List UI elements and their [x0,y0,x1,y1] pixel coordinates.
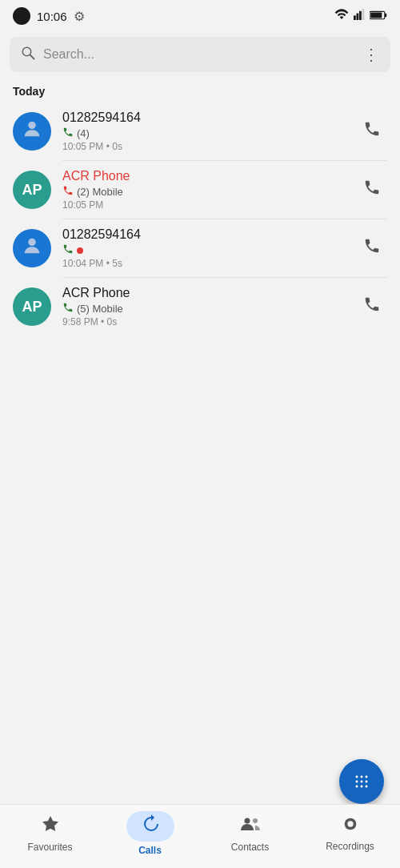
call-item: 01282594164 10:04 PM • 5s [0,219,400,277]
history-icon [141,818,160,838]
svg-line-8 [30,54,34,58]
status-time: 10:06 [37,10,67,23]
call-meta: (4) [62,127,346,140]
avatar: AP [13,171,51,209]
svg-point-9 [28,121,35,128]
call-meta: (5) Mobile [62,302,346,315]
caller-name: 01282594164 [62,111,346,125]
wifi-icon [334,9,349,23]
call-details: 01282594164 (4) 10:05 PM • 0s [62,111,346,152]
call-type-icon [62,302,74,315]
avatar-initials: AP [22,182,42,199]
signal-icon [354,9,365,23]
star-icon [41,818,60,838]
call-count: (2) Mobile [77,186,123,198]
svg-point-12 [361,776,363,778]
svg-point-19 [366,786,368,788]
caller-name: ACR Phone [62,169,346,183]
svg-point-20 [244,818,250,823]
battery-icon [370,9,387,23]
caller-name: 01282594164 [62,227,346,242]
svg-point-17 [356,786,358,788]
section-today: Today [0,77,400,102]
svg-rect-6 [370,12,382,18]
dialpad-fab[interactable] [339,759,384,804]
call-meta [62,243,346,257]
status-circle [13,7,30,25]
recording-dot [77,247,83,254]
svg-rect-3 [362,9,365,20]
call-back-button[interactable] [357,172,387,207]
search-bar[interactable]: Search... ⋮ [10,37,390,72]
avatar [13,112,51,151]
call-details: 01282594164 10:04 PM • 5s [62,227,346,269]
svg-point-21 [253,818,258,823]
call-time: 9:58 PM • 0s [62,316,346,328]
call-type-icon [62,127,74,140]
svg-rect-0 [354,15,356,20]
recordings-icon [342,817,359,837]
call-time: 10:05 PM [62,199,346,211]
nav-label-favourites: Favourites [27,842,72,853]
svg-rect-1 [357,14,359,20]
avatar-initials: AP [22,299,42,315]
nav-item-contacts[interactable]: Contacts [200,814,300,853]
svg-point-14 [356,781,358,783]
call-item: AP ACR Phone (2) Mobile 10:05 PM [0,161,400,219]
nav-label-contacts: Contacts [231,842,269,853]
svg-point-16 [366,781,368,783]
svg-point-15 [361,781,363,783]
call-item: AP ACR Phone (5) Mobile 9:58 PM • 0s [0,278,400,336]
settings-icon[interactable]: ⚙ [74,9,85,24]
search-placeholder-text: Search... [43,47,94,62]
search-icon [21,46,35,64]
svg-rect-2 [359,11,362,20]
bottom-navigation: Favourites Calls Contacts Recordings [0,804,400,868]
svg-rect-5 [385,14,386,18]
call-count: (4) [77,127,90,139]
status-icons [334,9,387,23]
svg-point-18 [361,786,363,788]
contacts-icon [240,818,261,838]
call-item: 01282594164 (4) 10:05 PM • 0s [0,102,400,160]
nav-label-recordings: Recordings [326,841,374,852]
svg-point-23 [347,821,353,826]
nav-label-calls: Calls [138,845,162,856]
svg-point-10 [28,238,35,245]
svg-point-11 [356,776,358,778]
avatar [13,229,51,267]
call-type-icon [62,185,74,199]
nav-item-recordings[interactable]: Recordings [300,815,400,852]
call-details: ACR Phone (5) Mobile 9:58 PM • 0s [62,286,346,328]
more-options-button[interactable]: ⋮ [363,45,379,64]
call-type-icon [62,243,74,257]
nav-item-calls[interactable]: Calls [100,811,200,856]
call-back-button[interactable] [357,114,387,149]
call-count: (5) Mobile [77,303,123,315]
call-back-button[interactable] [357,231,387,266]
call-time: 10:05 PM • 0s [62,141,346,152]
call-details: ACR Phone (2) Mobile 10:05 PM [62,169,346,211]
call-time: 10:04 PM • 5s [62,258,346,269]
caller-name: ACR Phone [62,286,346,300]
person-icon [21,235,43,263]
avatar: AP [13,287,51,326]
call-meta: (2) Mobile [62,185,346,199]
nav-item-favourites[interactable]: Favourites [0,814,100,853]
status-bar: 10:06 ⚙ [0,0,400,32]
call-back-button[interactable] [357,289,387,324]
svg-point-13 [366,776,368,778]
person-icon [21,118,43,146]
